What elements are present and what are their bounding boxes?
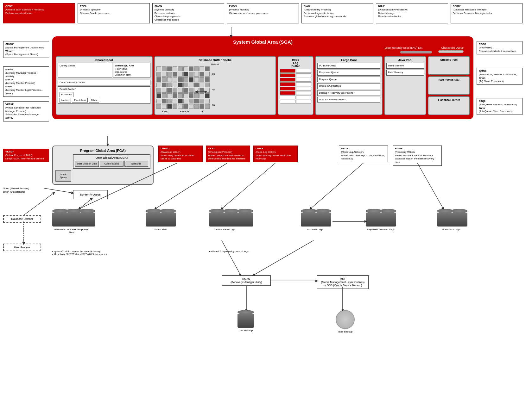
bc <box>156 93 161 98</box>
mml-label: MML <box>320 277 366 281</box>
control-files-label: Control Files <box>146 228 174 231</box>
bc <box>183 88 188 93</box>
disk-cyl-body <box>238 314 254 328</box>
smon-box: SMON (System Monitor) Recovers instance … <box>152 3 224 23</box>
bc <box>200 66 204 71</box>
pga-box: Program Global Area (PGA) User Global Ar… <box>52 146 154 185</box>
ckpt-desc: Writes checkpoint information to control… <box>208 154 248 161</box>
bc <box>173 99 177 103</box>
bc <box>194 83 199 87</box>
ckpt-box: CKPT (Checkpoint Process) Writes checkpo… <box>206 146 250 162</box>
size-8k: 8K <box>212 104 215 107</box>
gen0-label: GEN0* <box>5 5 73 8</box>
mmon-desc: (Memory Monitor Process) <box>5 82 47 85</box>
buffer-grid-main: Keep Recycle nK <box>156 66 210 113</box>
rvwr-subtitle: (Recovery Writer) <box>395 151 440 154</box>
shared-sql-label: Shared SQL Area <box>115 64 149 67</box>
dbw0-label: DBW0.j <box>161 147 200 151</box>
latch-fixed-row: Latches Fixed Area Other <box>60 98 149 103</box>
bc <box>183 72 188 77</box>
bc <box>194 66 199 71</box>
arch-cyl-2-top <box>315 209 331 213</box>
jnnn-label: Jnnn <box>479 107 485 109</box>
pga-title: Program Global Area (PGA) <box>55 149 150 152</box>
ckpt-subtitle: (Checkpoint Process) <box>208 151 248 154</box>
redo-cyl-3-top <box>237 209 253 213</box>
bc <box>173 77 177 82</box>
right-pools-column: Streams Pool Sort Extent Pool Flashback … <box>428 56 470 115</box>
redo-cell <box>296 96 312 99</box>
server-to-files-arrow <box>79 199 92 209</box>
arch-cyl-2-body <box>315 213 331 227</box>
rvwr-box: RVWR (Recovery Writer) Writes flashback … <box>393 146 442 166</box>
redo-logs-label: Online Redo Logs <box>209 228 241 231</box>
dnnn-desc: (Dispatchers) <box>10 190 25 193</box>
cjq0-label: CJQ0 <box>479 100 485 102</box>
bc <box>194 93 199 98</box>
fb-cyl-2-body <box>451 213 467 227</box>
vktm-subtitle: (Virtual Keeper of TiMe) <box>5 154 47 157</box>
lru-label: Least Recently Used (LRU) List <box>385 46 422 49</box>
dia0-subtitle: (Diagnosability Process 0) <box>378 8 446 12</box>
vkrm-subtitle: (Virtual Scheduler for Resource Manager … <box>5 106 47 113</box>
bc <box>178 93 183 98</box>
default-label: Default <box>156 63 274 66</box>
bc <box>183 83 188 87</box>
user-session-cell: User Session Data <box>75 161 99 167</box>
bc <box>205 72 210 77</box>
bc <box>162 66 167 71</box>
enqueues-box: Enqueues <box>60 92 73 97</box>
pmon-subtitle: (Process Monitor) <box>229 8 296 12</box>
size-4k: 4K <box>212 88 215 91</box>
cyl-3 <box>79 209 95 227</box>
bc <box>205 83 210 87</box>
redo-cell <box>280 100 295 104</box>
buffer-size-labels: 2K 4K 8K <box>211 66 215 113</box>
result-cache-box: Result Cache* Enqueues Latches Fixed Are… <box>58 86 150 104</box>
disk-backup-label: Disk Backup <box>238 329 254 332</box>
mml-subtitle: (Media Management Layer routines) or OSB… <box>320 281 366 287</box>
result-cache-label: Result Cache* <box>60 88 149 91</box>
disk-cyl-top <box>238 310 254 314</box>
sga-main-box: System Global Area (SGA) Least Recently … <box>52 36 473 119</box>
ctrl-cyl-2 <box>160 209 176 227</box>
stack-space-box: Stack Space <box>55 170 71 182</box>
pga-section: Program Global Area (PGA) User Global Ar… <box>52 146 154 185</box>
bc <box>200 104 204 109</box>
rvwr-desc: Writes flashback data to flashback datab… <box>395 154 440 164</box>
bc <box>205 104 210 109</box>
page-container: GEN0* (General Task Execution Process) P… <box>0 0 526 402</box>
bc <box>162 72 167 77</box>
mml-section: MML (Media Management Layer routines) or… <box>317 275 369 289</box>
bc <box>156 72 161 77</box>
vkrm-box: VKRM* (Virtual Scheduler for Resource Ma… <box>3 101 49 121</box>
redo-to-rman-arrow <box>222 240 241 275</box>
fb-cyl-2-top <box>451 209 467 213</box>
library-sql-row: Library Cache Shared SQL Area (Hash valu… <box>58 63 150 79</box>
arc0-desc: Writes filled redo logs to the archive l… <box>341 154 386 161</box>
bc <box>183 66 188 71</box>
vktm-desc: Keeps "SGATime" variable current <box>5 157 47 161</box>
gen0-desc: Performs required tasks <box>5 12 73 15</box>
java-pool-title: Java Pool <box>386 58 424 62</box>
archived-logs-label: Archived Logs <box>301 228 329 231</box>
redo-cell <box>280 78 295 82</box>
streams-pool: Streams Pool <box>428 56 470 75</box>
bc <box>205 77 210 82</box>
snnn-dnnn-box: Snnn (Shared Servers) Dnnn (Dispatchers) <box>3 187 44 194</box>
uga-box: User Global Area (UGA) User Session Data… <box>73 154 150 169</box>
mman-label: MMAN <box>5 68 13 71</box>
arch-to-rman-arrow <box>253 240 314 275</box>
bc <box>189 104 193 109</box>
dia0-box: DIA0* (Diagnosability Process 0) Detects… <box>376 3 448 23</box>
dbw0-box: DBW0.j (Database Writer) Writes dirty bu… <box>158 146 203 162</box>
arc0-subtitle: (Redo Log Archiver) <box>341 151 386 154</box>
db-data-files-section: Database Data and Temporary Files <box>52 209 95 234</box>
bc <box>183 93 188 98</box>
keep-label: Keep <box>162 110 168 113</box>
redo-cyl-3-body <box>237 213 253 227</box>
dnnn-box: Dnnn (Dispatchers) <box>3 190 44 194</box>
psp0-label: PSP0 <box>80 5 147 8</box>
ctrl-cyl-2-body <box>160 213 176 227</box>
stack-row: Stack Space <box>55 170 150 182</box>
